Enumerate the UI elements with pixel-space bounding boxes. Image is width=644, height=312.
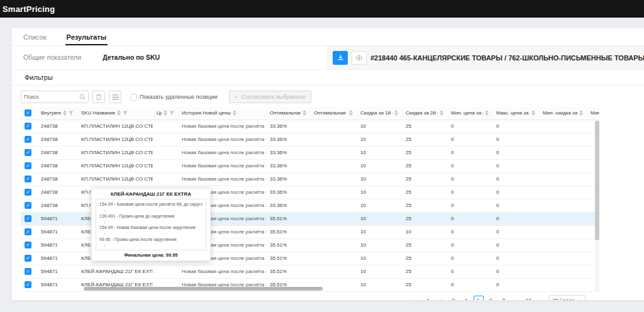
cell: 0 — [447, 225, 492, 238]
eye-icon — [355, 55, 363, 61]
pagination-page-5[interactable]: 5 — [474, 296, 484, 301]
row-checkbox[interactable]: ✓ — [25, 281, 31, 288]
sort-icon[interactable] — [349, 110, 353, 116]
column-header-6[interactable]: Скидка за 1й период — [357, 107, 402, 120]
cell: 25 — [402, 278, 447, 291]
app-title: SmartPricing — [3, 4, 55, 14]
row-checkbox[interactable]: ✓ — [25, 189, 31, 196]
filter-icon[interactable] — [123, 111, 128, 116]
pagination-page-6[interactable]: 6 — [486, 296, 496, 301]
cell: 25 — [402, 199, 447, 212]
row-checkbox[interactable]: ✓ — [25, 149, 31, 156]
sort-icon[interactable] — [394, 110, 398, 116]
cell: 594871 — [37, 252, 77, 265]
page-size-select[interactable]: 20 / page — [549, 295, 586, 301]
cell: 35.51% — [266, 265, 310, 278]
search-input[interactable] — [24, 94, 79, 100]
approve-selected-button[interactable]: ✓ Согласовать выбранное — [229, 91, 311, 103]
column-header-4[interactable]: Оптимальная Промо... — [266, 107, 310, 120]
column-header-3[interactable]: История Новой цены — [178, 107, 266, 120]
cell — [153, 265, 178, 278]
table-scroll-container[interactable]: ✓Внутренний кодSKU НазваниеЦенаИстория Н… — [21, 107, 599, 292]
sort-icon[interactable] — [579, 110, 583, 116]
row-checkbox[interactable]: ✓ — [25, 215, 31, 222]
row-checkbox[interactable]: ✓ — [25, 202, 31, 209]
vertical-scrollbar-thumb[interactable] — [595, 121, 599, 240]
show-deleted-checkbox[interactable]: Показать удаленные позиции — [130, 94, 218, 101]
cell — [310, 146, 357, 159]
cell: 35.51% — [266, 252, 310, 265]
sort-icon[interactable] — [164, 110, 167, 116]
row-checkbox[interactable]: ✓ — [25, 228, 31, 235]
table-row[interactable]: ✓594871КЛЕЙ-КАРАНДАШ 21Г ЕК EXTRAНовая б… — [21, 265, 599, 278]
column-header-8[interactable]: Мин. цена за распр... — [447, 107, 492, 120]
table-row[interactable]: ✓248738КП.ПЛАСТИЛИН 12ЦВ СО СТЕКОМНовая … — [21, 133, 599, 146]
table-row[interactable]: ✓248738КП.ПЛАСТИЛИН 12ЦВ СО СТЕКОМНовая … — [21, 120, 599, 133]
sort-icon[interactable] — [233, 110, 236, 116]
sort-icon[interactable] — [117, 110, 121, 116]
pagination-page-7[interactable]: 7 — [499, 296, 509, 301]
pagination-next[interactable]: › — [536, 296, 547, 301]
filter-icon[interactable] — [69, 111, 74, 116]
filter-icon[interactable] — [169, 111, 174, 116]
filters-panel[interactable]: Фильтры — [12, 70, 644, 86]
column-header-10[interactable]: Мин. скидка за распр... — [539, 107, 587, 120]
column-header-0[interactable]: Внутренний код — [37, 107, 77, 120]
search-box — [21, 91, 89, 103]
tab-primary-0[interactable]: Список — [22, 30, 48, 45]
trash-icon — [96, 94, 102, 101]
tab-primary-1[interactable]: Результаты — [65, 30, 108, 45]
horizontal-scrollbar-thumb[interactable] — [84, 287, 323, 291]
row-checkbox[interactable]: ✓ — [25, 268, 31, 275]
sort-icon[interactable] — [303, 110, 306, 116]
cell: 10 — [357, 172, 402, 186]
tab-secondary-1[interactable]: Детально по SKU — [101, 50, 161, 65]
pagination-page-1[interactable]: 1 — [423, 296, 433, 301]
preview-button[interactable] — [352, 51, 367, 65]
column-header-7[interactable]: Скидка за 2й период — [402, 107, 447, 120]
cell: 33.36% — [266, 186, 310, 199]
column-header-9[interactable]: Макс. цена за распр... — [492, 107, 539, 120]
sort-icon[interactable] — [485, 110, 489, 116]
sort-icon[interactable] — [63, 110, 67, 116]
cell: 10 — [357, 186, 402, 199]
column-header-5[interactable]: Оптимальная Глубин... — [310, 107, 357, 120]
row-checkbox[interactable]: ✓ — [25, 255, 31, 262]
pagination-page-4[interactable]: 4 — [461, 296, 471, 301]
cell: 25 — [402, 212, 447, 225]
vertical-scrollbar[interactable] — [595, 120, 599, 291]
content-area: СписокРезультаты Общие показателиДетальн… — [0, 18, 644, 312]
pagination-page-3[interactable]: 3 — [448, 296, 458, 301]
column-header-1[interactable]: SKU Название — [77, 107, 153, 120]
pagination-page-15[interactable]: 15 — [524, 296, 534, 301]
row-checkbox[interactable]: ✓ — [25, 176, 31, 182]
cell: 10 — [357, 278, 402, 291]
tooltip-step: 99.95 - Промо-цена после округления — [99, 237, 203, 243]
delete-button[interactable] — [92, 91, 105, 103]
tab-secondary-0[interactable]: Общие показатели — [22, 50, 82, 65]
column-settings-button[interactable] — [109, 91, 121, 103]
row-checkbox[interactable]: ✓ — [25, 162, 31, 169]
pagination-prev[interactable]: ‹ — [411, 296, 421, 301]
table-toolbar: Показать удаленные позиции ✓ Согласовать… — [21, 91, 644, 103]
table-row[interactable]: ✓248738КП.ПЛАСТИЛИН 12ЦВ СО СТЕКОМНовая … — [21, 159, 599, 172]
select-all-checkbox[interactable]: ✓ — [25, 109, 31, 116]
cell — [539, 133, 587, 146]
table-row[interactable]: ✓248738КП.ПЛАСТИЛИН 12ЦВ СО СТЕКОМНовая … — [21, 146, 599, 159]
cell: КП.ПЛАСТИЛИН 12ЦВ СО СТЕКОМ — [77, 172, 153, 186]
download-button[interactable] — [333, 51, 348, 65]
column-header-2[interactable]: Цена — [153, 107, 178, 120]
cell: 35.51% — [266, 212, 310, 225]
sort-icon[interactable] — [440, 110, 443, 116]
row-checkbox[interactable]: ✓ — [25, 242, 31, 248]
table-row[interactable]: ✓248738КП.ПЛАСТИЛИН 12ЦВ СО СТЕКОМНовая … — [21, 172, 599, 186]
search-icon[interactable] — [79, 94, 86, 100]
chevron-down-icon — [577, 299, 582, 301]
cell: 33.36% — [266, 133, 310, 146]
row-checkbox[interactable]: ✓ — [25, 123, 31, 130]
cell — [310, 172, 357, 186]
sort-icon[interactable] — [531, 110, 535, 116]
column-header-11[interactable]: Мин. скидка за распр... — [587, 107, 599, 120]
row-checkbox[interactable]: ✓ — [25, 136, 31, 143]
checkbox-icon[interactable] — [130, 94, 137, 101]
